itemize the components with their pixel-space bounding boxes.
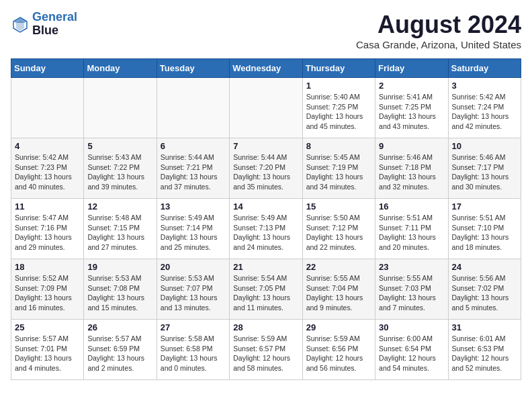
- day-number: 13: [161, 201, 226, 212]
- day-number: 30: [379, 322, 444, 332]
- col-header-sunday: Sunday: [11, 59, 84, 78]
- week-row-1: 1Sunrise: 5:40 AM Sunset: 7:25 PM Daylig…: [11, 78, 521, 138]
- header: General Blue August 2024 Casa Grande, Ar…: [11, 11, 521, 50]
- calendar-cell: 26Sunrise: 5:57 AM Sunset: 6:59 PM Dayli…: [84, 320, 157, 380]
- day-number: 22: [306, 262, 371, 272]
- day-info: Sunrise: 5:44 AM Sunset: 7:21 PM Dayligh…: [161, 152, 226, 192]
- calendar-subtitle: Casa Grande, Arizona, United States: [356, 39, 521, 50]
- calendar-cell: 8Sunrise: 5:45 AM Sunset: 7:19 PM Daylig…: [302, 138, 375, 199]
- calendar-cell: 31Sunrise: 6:01 AM Sunset: 6:53 PM Dayli…: [448, 320, 521, 380]
- day-info: Sunrise: 5:51 AM Sunset: 7:10 PM Dayligh…: [452, 213, 517, 253]
- calendar-cell: 9Sunrise: 5:46 AM Sunset: 7:18 PM Daylig…: [375, 138, 448, 199]
- calendar-body: 1Sunrise: 5:40 AM Sunset: 7:25 PM Daylig…: [11, 78, 521, 380]
- col-header-friday: Friday: [375, 59, 448, 78]
- header-row: SundayMondayTuesdayWednesdayThursdayFrid…: [11, 59, 521, 78]
- week-row-2: 4Sunrise: 5:42 AM Sunset: 7:23 PM Daylig…: [11, 138, 521, 199]
- day-number: 9: [379, 141, 444, 151]
- day-number: 18: [15, 262, 80, 272]
- calendar-cell: 25Sunrise: 5:57 AM Sunset: 7:01 PM Dayli…: [11, 320, 84, 380]
- day-info: Sunrise: 5:41 AM Sunset: 7:25 PM Dayligh…: [379, 92, 444, 132]
- day-info: Sunrise: 5:55 AM Sunset: 7:04 PM Dayligh…: [306, 273, 371, 313]
- week-row-5: 25Sunrise: 5:57 AM Sunset: 7:01 PM Dayli…: [11, 320, 521, 380]
- day-number: 27: [161, 322, 226, 332]
- day-info: Sunrise: 5:48 AM Sunset: 7:15 PM Dayligh…: [87, 213, 152, 253]
- day-info: Sunrise: 5:54 AM Sunset: 7:05 PM Dayligh…: [233, 273, 298, 313]
- calendar-cell: 27Sunrise: 5:58 AM Sunset: 6:58 PM Dayli…: [157, 320, 229, 380]
- day-info: Sunrise: 5:42 AM Sunset: 7:23 PM Dayligh…: [15, 152, 80, 192]
- calendar-cell: [230, 78, 302, 138]
- calendar-cell: 24Sunrise: 5:56 AM Sunset: 7:02 PM Dayli…: [448, 259, 521, 320]
- day-info: Sunrise: 5:49 AM Sunset: 7:13 PM Dayligh…: [233, 213, 298, 253]
- calendar-cell: [157, 78, 229, 138]
- day-number: 16: [379, 201, 444, 212]
- day-info: Sunrise: 5:56 AM Sunset: 7:02 PM Dayligh…: [452, 273, 517, 313]
- calendar-cell: 16Sunrise: 5:51 AM Sunset: 7:11 PM Dayli…: [375, 199, 448, 259]
- day-number: 10: [452, 141, 517, 151]
- day-number: 23: [379, 262, 444, 272]
- calendar-cell: 22Sunrise: 5:55 AM Sunset: 7:04 PM Dayli…: [302, 259, 375, 320]
- day-number: 20: [161, 262, 226, 272]
- day-number: 19: [87, 262, 152, 272]
- day-info: Sunrise: 5:59 AM Sunset: 6:56 PM Dayligh…: [306, 334, 371, 373]
- day-number: 2: [379, 81, 444, 91]
- calendar-cell: 7Sunrise: 5:44 AM Sunset: 7:20 PM Daylig…: [230, 138, 302, 199]
- day-number: 12: [87, 201, 152, 212]
- day-info: Sunrise: 5:53 AM Sunset: 7:07 PM Dayligh…: [161, 273, 226, 313]
- day-number: 11: [15, 201, 80, 212]
- day-info: Sunrise: 5:47 AM Sunset: 7:16 PM Dayligh…: [15, 213, 80, 253]
- calendar-cell: 17Sunrise: 5:51 AM Sunset: 7:10 PM Dayli…: [448, 199, 521, 259]
- title-area: August 2024 Casa Grande, Arizona, United…: [356, 11, 521, 50]
- col-header-saturday: Saturday: [448, 59, 521, 78]
- day-number: 5: [87, 141, 152, 151]
- day-number: 26: [87, 322, 152, 332]
- col-header-wednesday: Wednesday: [230, 59, 302, 78]
- calendar-cell: 1Sunrise: 5:40 AM Sunset: 7:25 PM Daylig…: [302, 78, 375, 138]
- calendar-cell: 19Sunrise: 5:53 AM Sunset: 7:08 PM Dayli…: [84, 259, 157, 320]
- day-info: Sunrise: 5:46 AM Sunset: 7:18 PM Dayligh…: [379, 152, 444, 192]
- day-info: Sunrise: 6:00 AM Sunset: 6:54 PM Dayligh…: [379, 334, 444, 373]
- calendar-cell: [84, 78, 157, 138]
- day-number: 17: [452, 201, 517, 212]
- day-number: 28: [233, 322, 298, 332]
- day-info: Sunrise: 5:59 AM Sunset: 6:57 PM Dayligh…: [233, 334, 298, 373]
- day-info: Sunrise: 5:45 AM Sunset: 7:19 PM Dayligh…: [306, 152, 371, 192]
- logo-text: General Blue: [32, 11, 77, 38]
- day-number: 1: [306, 81, 371, 91]
- calendar-cell: 20Sunrise: 5:53 AM Sunset: 7:07 PM Dayli…: [157, 259, 229, 320]
- calendar-cell: 23Sunrise: 5:55 AM Sunset: 7:03 PM Dayli…: [375, 259, 448, 320]
- week-row-4: 18Sunrise: 5:52 AM Sunset: 7:09 PM Dayli…: [11, 259, 521, 320]
- calendar-cell: 28Sunrise: 5:59 AM Sunset: 6:57 PM Dayli…: [230, 320, 302, 380]
- day-number: 29: [306, 322, 371, 332]
- calendar-cell: 4Sunrise: 5:42 AM Sunset: 7:23 PM Daylig…: [11, 138, 84, 199]
- day-number: 7: [233, 141, 298, 151]
- day-number: 24: [452, 262, 517, 272]
- calendar-cell: 11Sunrise: 5:47 AM Sunset: 7:16 PM Dayli…: [11, 199, 84, 259]
- calendar-cell: 5Sunrise: 5:43 AM Sunset: 7:22 PM Daylig…: [84, 138, 157, 199]
- calendar-cell: 6Sunrise: 5:44 AM Sunset: 7:21 PM Daylig…: [157, 138, 229, 199]
- day-info: Sunrise: 5:55 AM Sunset: 7:03 PM Dayligh…: [379, 273, 444, 313]
- day-info: Sunrise: 5:52 AM Sunset: 7:09 PM Dayligh…: [15, 273, 80, 313]
- day-info: Sunrise: 5:49 AM Sunset: 7:14 PM Dayligh…: [161, 213, 226, 253]
- day-number: 31: [452, 322, 517, 332]
- col-header-tuesday: Tuesday: [157, 59, 229, 78]
- day-info: Sunrise: 5:57 AM Sunset: 6:59 PM Dayligh…: [87, 334, 152, 373]
- calendar-cell: 13Sunrise: 5:49 AM Sunset: 7:14 PM Dayli…: [157, 199, 229, 259]
- calendar-cell: 3Sunrise: 5:42 AM Sunset: 7:24 PM Daylig…: [448, 78, 521, 138]
- calendar-cell: 2Sunrise: 5:41 AM Sunset: 7:25 PM Daylig…: [375, 78, 448, 138]
- logo-icon: [11, 15, 30, 34]
- calendar-cell: 29Sunrise: 5:59 AM Sunset: 6:56 PM Dayli…: [302, 320, 375, 380]
- calendar-cell: 12Sunrise: 5:48 AM Sunset: 7:15 PM Dayli…: [84, 199, 157, 259]
- day-info: Sunrise: 5:53 AM Sunset: 7:08 PM Dayligh…: [87, 273, 152, 313]
- calendar-cell: 10Sunrise: 5:46 AM Sunset: 7:17 PM Dayli…: [448, 138, 521, 199]
- calendar-cell: 21Sunrise: 5:54 AM Sunset: 7:05 PM Dayli…: [230, 259, 302, 320]
- calendar-cell: 14Sunrise: 5:49 AM Sunset: 7:13 PM Dayli…: [230, 199, 302, 259]
- day-number: 14: [233, 201, 298, 212]
- day-info: Sunrise: 5:58 AM Sunset: 6:58 PM Dayligh…: [161, 334, 226, 373]
- day-info: Sunrise: 6:01 AM Sunset: 6:53 PM Dayligh…: [452, 334, 517, 373]
- day-number: 4: [15, 141, 80, 151]
- day-info: Sunrise: 5:57 AM Sunset: 7:01 PM Dayligh…: [15, 334, 80, 373]
- day-number: 21: [233, 262, 298, 272]
- day-info: Sunrise: 5:51 AM Sunset: 7:11 PM Dayligh…: [379, 213, 444, 253]
- day-number: 15: [306, 201, 371, 212]
- day-number: 8: [306, 141, 371, 151]
